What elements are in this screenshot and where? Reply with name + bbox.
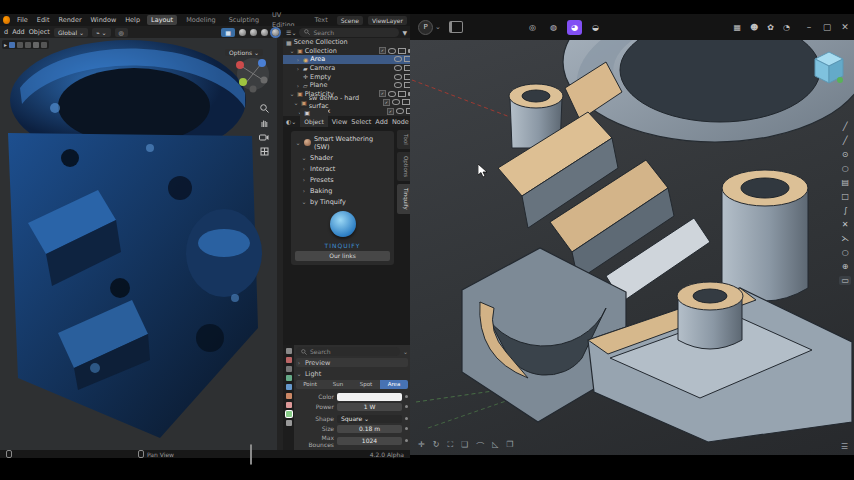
hide-eye-icon[interactable] bbox=[394, 82, 402, 88]
nav-cube[interactable] bbox=[812, 50, 846, 86]
minimize-button[interactable]: – bbox=[800, 22, 818, 32]
section-baking[interactable]: ›Baking bbox=[291, 185, 394, 196]
cursor-tool-icon[interactable] bbox=[17, 42, 23, 48]
hide-eye-icon[interactable] bbox=[394, 74, 402, 80]
object-menu[interactable]: Object bbox=[29, 28, 50, 36]
select-tool-icon[interactable] bbox=[9, 42, 15, 48]
fillet-icon[interactable]: ⌒ bbox=[476, 440, 484, 451]
spline-tool-icon[interactable]: ∫ bbox=[843, 206, 847, 215]
disable-viewport-icon[interactable] bbox=[398, 91, 406, 97]
perspective-grid-icon[interactable] bbox=[260, 147, 269, 156]
logo-chevron-icon[interactable]: ⌄ bbox=[435, 23, 441, 31]
sphere-tool-icon[interactable]: ○ bbox=[842, 248, 849, 257]
menu-help[interactable]: Help bbox=[123, 16, 142, 24]
pattern-icon[interactable]: ❐ bbox=[506, 440, 513, 451]
panel-title-row[interactable]: ⌄ Smart Weathering (SW) bbox=[291, 133, 394, 152]
rotate-gizmo-icon[interactable]: ↻ bbox=[433, 440, 440, 451]
shading-wireframe-icon[interactable] bbox=[239, 29, 246, 36]
select-menu[interactable]: Select bbox=[351, 118, 371, 126]
circle-tool-icon[interactable]: ○ bbox=[842, 164, 849, 173]
render-mode-hidden-line-icon[interactable]: ◍ bbox=[546, 20, 561, 35]
plasticity-viewport[interactable]: ╱ ╱ ⊙ ○ ▤ □ ∫ ✕ ⋋ ○ ⊕ ▭ ✛ ↻ ⛶ ❏ ⌒ ◺ bbox=[410, 40, 854, 455]
scene-tab-icon[interactable] bbox=[286, 384, 292, 390]
light-data-tab-icon[interactable] bbox=[286, 411, 292, 417]
editor-type-icon[interactable]: ◐⌄ bbox=[286, 118, 296, 125]
move-tool-icon[interactable] bbox=[25, 42, 31, 48]
hide-eye-icon[interactable] bbox=[394, 65, 402, 71]
animate-dot[interactable] bbox=[405, 395, 408, 398]
world-tab-icon[interactable] bbox=[286, 393, 292, 399]
light-type-area[interactable]: Area bbox=[380, 380, 408, 389]
shading-rendered-icon[interactable] bbox=[272, 29, 279, 36]
max-bounces-field[interactable]: 1024 bbox=[337, 437, 402, 445]
animate-dot[interactable] bbox=[405, 417, 408, 420]
settings-gear-icon[interactable]: ✿ bbox=[767, 23, 774, 32]
close-button[interactable]: ✕ bbox=[836, 22, 854, 32]
outliner-row-plane[interactable]: › ▱ Plane bbox=[283, 81, 410, 90]
maximize-button[interactable]: ▢ bbox=[818, 22, 836, 32]
disable-viewport-icon[interactable] bbox=[398, 48, 406, 54]
hide-eye-icon[interactable] bbox=[388, 48, 396, 54]
viewlayer-tab-icon[interactable] bbox=[286, 375, 292, 381]
hide-eye-icon[interactable] bbox=[394, 56, 402, 62]
light-type-point[interactable]: Point bbox=[296, 380, 324, 389]
color-swatch[interactable] bbox=[337, 393, 402, 401]
trim-tool-icon[interactable]: ✕ bbox=[842, 220, 849, 229]
menu-render[interactable]: Render bbox=[56, 16, 83, 24]
outliner-row-scene-collection[interactable]: ▦ Scene Collection bbox=[283, 38, 410, 47]
mode-dropdown-truncated[interactable]: d bbox=[4, 28, 8, 36]
workspace-tab-texture[interactable]: Text bbox=[311, 15, 332, 25]
outliner-row-collection[interactable]: ⌄ ▣ Collection ✓ bbox=[283, 47, 410, 56]
orientation-dropdown[interactable]: Global ⌄ bbox=[54, 28, 88, 37]
cylinder-tool-icon[interactable]: ⊕ bbox=[842, 262, 849, 271]
hide-eye-icon[interactable] bbox=[388, 91, 396, 97]
workspace-tab-layout[interactable]: Layout bbox=[147, 15, 177, 25]
pan-hand-icon[interactable] bbox=[260, 119, 269, 128]
outliner-row-swdemo[interactable]: ⌄ ▣ sw demo - hard surfac ✓ bbox=[283, 98, 410, 107]
object-tab-icon[interactable] bbox=[286, 402, 292, 408]
filter-dropdown-icon[interactable]: ⌄ bbox=[403, 348, 408, 355]
section-by-tinquify[interactable]: ⌄by Tinquify bbox=[291, 196, 394, 207]
exclude-checkbox[interactable]: ✓ bbox=[379, 47, 386, 54]
grid-settings-icon[interactable]: ▦ bbox=[733, 23, 741, 32]
tab-options[interactable]: Options bbox=[397, 152, 410, 181]
blender-logo-icon[interactable] bbox=[3, 16, 10, 24]
filter-icon[interactable]: ▼ bbox=[402, 29, 407, 36]
rectangle-tool-icon[interactable]: ▤ bbox=[841, 178, 849, 187]
scale-gizmo-icon[interactable]: ⛶ bbox=[447, 440, 453, 451]
properties-search-input[interactable]: Search bbox=[296, 347, 400, 356]
plasticity-logo-icon[interactable]: P bbox=[418, 20, 433, 35]
chamfer-icon[interactable]: ◺ bbox=[492, 440, 498, 451]
node-menu[interactable]: Node bbox=[392, 118, 409, 126]
move-gizmo-icon[interactable]: ✛ bbox=[418, 440, 425, 451]
rotate-tool-icon[interactable] bbox=[33, 42, 39, 48]
size-field[interactable]: 0.18 m bbox=[337, 425, 402, 433]
power-field[interactable]: 1 W bbox=[337, 403, 402, 411]
box-tool-icon[interactable]: ▭ bbox=[839, 276, 851, 285]
menu-window[interactable]: Window bbox=[89, 16, 119, 24]
hide-eye-icon[interactable] bbox=[396, 108, 404, 114]
outliner-row-empty[interactable]: ✛ Empty bbox=[283, 72, 410, 81]
zoom-icon[interactable] bbox=[260, 104, 269, 113]
polyline-tool-icon[interactable]: ╱ bbox=[843, 136, 848, 145]
animate-dot[interactable] bbox=[405, 439, 408, 442]
animate-dot[interactable] bbox=[405, 427, 408, 430]
line-tool-icon[interactable]: ╱ bbox=[843, 122, 848, 131]
section-presets[interactable]: ›Presets bbox=[291, 174, 394, 185]
render-mode-wireframe-icon[interactable]: ◎ bbox=[525, 20, 540, 35]
add-menu[interactable]: Add bbox=[375, 118, 388, 126]
scale-tool-icon[interactable] bbox=[41, 42, 47, 48]
shading-solid-icon[interactable] bbox=[250, 29, 257, 36]
exclude-checkbox[interactable]: ✓ bbox=[383, 99, 390, 106]
light-type-sun[interactable]: Sun bbox=[324, 380, 352, 389]
tool-tab-icon[interactable] bbox=[286, 348, 292, 354]
tab-tool[interactable]: Tool bbox=[397, 130, 410, 149]
sidebar-toggle-icon[interactable] bbox=[449, 21, 463, 33]
corner-rectangle-tool-icon[interactable]: □ bbox=[841, 192, 849, 201]
viewlayer-selector[interactable]: ViewLayer bbox=[368, 16, 407, 25]
navigation-gizmo[interactable] bbox=[231, 52, 271, 96]
menu-file[interactable]: File bbox=[15, 16, 30, 24]
blender-3d-viewport[interactable]: ▸ Options ⌄ bbox=[0, 38, 277, 450]
preview-panel-header[interactable]: ›Preview bbox=[296, 358, 408, 367]
scene-selector[interactable]: Scene bbox=[337, 16, 363, 25]
